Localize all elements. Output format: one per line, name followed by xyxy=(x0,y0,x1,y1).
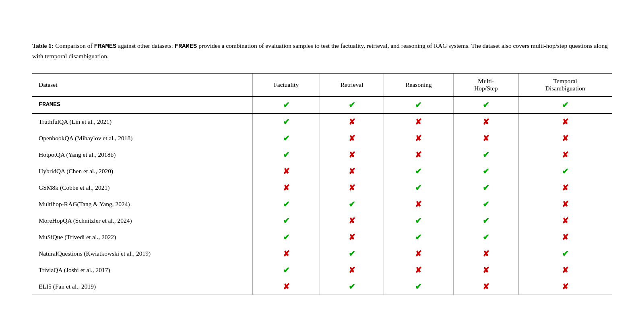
check-icon: ✔ xyxy=(283,134,290,143)
cell-multihop: ✘ xyxy=(454,245,518,262)
cell-factuality: ✔ xyxy=(252,113,320,130)
check-icon: ✔ xyxy=(483,100,489,109)
col-header-dataset: Dataset xyxy=(32,73,252,96)
table-row: NaturalQuestions (Kwiatkowski et al., 20… xyxy=(32,245,612,262)
cell-retrieval: ✘ xyxy=(320,113,384,130)
cross-icon: ✘ xyxy=(349,183,355,192)
cell-factuality: ✔ xyxy=(252,229,320,245)
cell-retrieval: ✔ xyxy=(320,96,384,113)
check-icon: ✔ xyxy=(349,282,355,291)
cell-multihop: ✘ xyxy=(454,130,518,146)
table-caption: Table 1: Comparison of FRAMES against ot… xyxy=(32,41,612,61)
check-icon: ✔ xyxy=(283,216,290,225)
dataset-name-cell: HotpotQA (Yang et al., 2018b) xyxy=(32,146,252,163)
check-icon: ✔ xyxy=(415,167,422,176)
cross-icon: ✘ xyxy=(349,233,355,242)
cross-icon: ✘ xyxy=(483,117,489,126)
cross-icon: ✘ xyxy=(562,183,569,192)
table-row: MoreHopQA (Schnitzler et al., 2024)✔✘✔✔✘ xyxy=(32,212,612,229)
table-row: OpenbookQA (Mihaylov et al., 2018)✔✘✘✘✘ xyxy=(32,130,612,146)
table-row: MuSiQue (Trivedi et al., 2022)✔✘✔✔✘ xyxy=(32,229,612,245)
check-icon: ✔ xyxy=(415,282,422,291)
col-header-multihop: Multi-Hop/Step xyxy=(454,73,518,96)
cell-factuality: ✘ xyxy=(252,278,320,295)
cell-temporal: ✘ xyxy=(518,146,612,163)
cross-icon: ✘ xyxy=(483,249,489,258)
cell-multihop: ✔ xyxy=(454,163,518,179)
cell-temporal: ✘ xyxy=(518,113,612,130)
cell-factuality: ✔ xyxy=(252,196,320,212)
cell-retrieval: ✔ xyxy=(320,278,384,295)
cross-icon: ✘ xyxy=(562,282,569,291)
check-icon: ✔ xyxy=(483,183,489,192)
cell-multihop: ✔ xyxy=(454,212,518,229)
dataset-name-cell: NaturalQuestions (Kwiatkowski et al., 20… xyxy=(32,245,252,262)
cell-retrieval: ✘ xyxy=(320,179,384,196)
col-header-retrieval: Retrieval xyxy=(320,73,384,96)
cross-icon: ✘ xyxy=(562,150,569,159)
page-container: Table 1: Comparison of FRAMES against ot… xyxy=(32,41,612,295)
col-header-reasoning: Reasoning xyxy=(384,73,454,96)
cross-icon: ✘ xyxy=(283,167,290,176)
check-icon: ✔ xyxy=(415,100,422,109)
check-icon: ✔ xyxy=(349,100,355,109)
cell-multihop: ✔ xyxy=(454,179,518,196)
cell-reasoning: ✔ xyxy=(384,278,454,295)
cell-multihop: ✘ xyxy=(454,113,518,130)
check-icon: ✔ xyxy=(349,200,355,209)
caption-frames2: FRAMES xyxy=(175,43,197,50)
caption-frames1: FRAMES xyxy=(94,43,117,50)
cell-reasoning: ✘ xyxy=(384,113,454,130)
cell-factuality: ✘ xyxy=(252,163,320,179)
dataset-name-cell: GSM8k (Cobbe et al., 2021) xyxy=(32,179,252,196)
dataset-name-cell: MuSiQue (Trivedi et al., 2022) xyxy=(32,229,252,245)
cross-icon: ✘ xyxy=(415,134,422,143)
header-row: Dataset Factuality Retrieval Reasoning M… xyxy=(32,73,612,96)
check-icon: ✔ xyxy=(483,233,489,242)
table-row: Multihop-RAG(Tang & Yang, 2024)✔✔✘✔✘ xyxy=(32,196,612,212)
cell-reasoning: ✘ xyxy=(384,130,454,146)
dataset-name-cell: MoreHopQA (Schnitzler et al., 2024) xyxy=(32,212,252,229)
cell-temporal: ✘ xyxy=(518,278,612,295)
cross-icon: ✘ xyxy=(562,134,569,143)
col-header-temporal: TemporalDisambiguation xyxy=(518,73,612,96)
check-icon: ✔ xyxy=(483,200,489,209)
cell-temporal: ✔ xyxy=(518,163,612,179)
check-icon: ✔ xyxy=(283,150,290,159)
cell-reasoning: ✔ xyxy=(384,179,454,196)
dataset-name-cell: ELI5 (Fan et al., 2019) xyxy=(32,278,252,295)
cross-icon: ✘ xyxy=(415,150,422,159)
cross-icon: ✘ xyxy=(483,282,489,291)
cell-retrieval: ✘ xyxy=(320,212,384,229)
cell-multihop: ✘ xyxy=(454,278,518,295)
check-icon: ✔ xyxy=(283,200,290,209)
cell-multihop: ✔ xyxy=(454,146,518,163)
cell-reasoning: ✔ xyxy=(384,229,454,245)
caption-text2: against other datasets. xyxy=(116,42,174,49)
cell-retrieval: ✘ xyxy=(320,163,384,179)
caption-label: Table 1: xyxy=(32,42,54,49)
cross-icon: ✘ xyxy=(349,266,355,275)
check-icon: ✔ xyxy=(562,167,569,176)
dataset-name-cell: Multihop-RAG(Tang & Yang, 2024) xyxy=(32,196,252,212)
dataset-name-cell: TruthfulQA (Lin et al., 2021) xyxy=(32,113,252,130)
col-header-factuality: Factuality xyxy=(252,73,320,96)
check-icon: ✔ xyxy=(283,233,290,242)
dataset-name-cell: FRAMES xyxy=(32,96,252,113)
cell-reasoning: ✔ xyxy=(384,163,454,179)
cell-temporal: ✘ xyxy=(518,212,612,229)
table-row: FRAMES✔✔✔✔✔ xyxy=(32,96,612,113)
check-icon: ✔ xyxy=(483,216,489,225)
check-icon: ✔ xyxy=(562,100,569,109)
table-row: HotpotQA (Yang et al., 2018b)✔✘✘✔✘ xyxy=(32,146,612,163)
check-icon: ✔ xyxy=(415,183,422,192)
cell-factuality: ✔ xyxy=(252,146,320,163)
cross-icon: ✘ xyxy=(562,233,569,242)
check-icon: ✔ xyxy=(415,216,422,225)
cell-factuality: ✘ xyxy=(252,245,320,262)
cell-temporal: ✘ xyxy=(518,196,612,212)
table-row: GSM8k (Cobbe et al., 2021)✘✘✔✔✘ xyxy=(32,179,612,196)
table-row: TruthfulQA (Lin et al., 2021)✔✘✘✘✘ xyxy=(32,113,612,130)
cross-icon: ✘ xyxy=(283,282,290,291)
cell-factuality: ✔ xyxy=(252,262,320,278)
